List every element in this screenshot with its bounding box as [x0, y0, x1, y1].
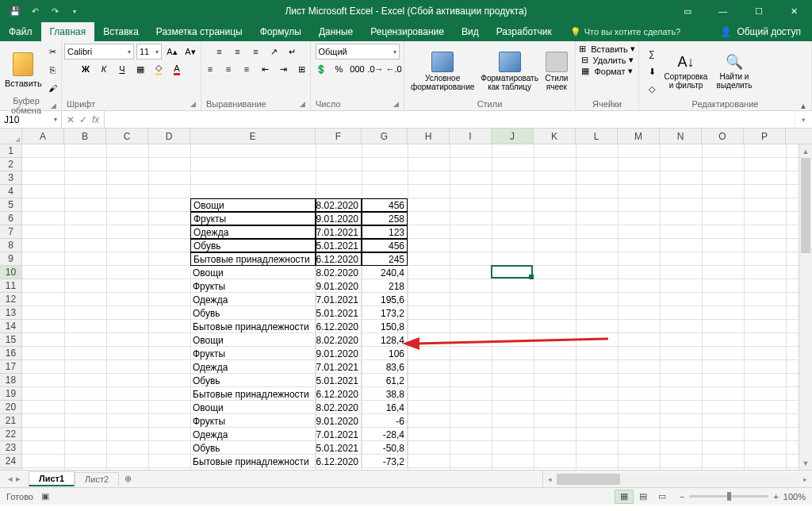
row-header-15[interactable]: 15 — [0, 333, 21, 347]
row-header-3[interactable]: 3 — [0, 171, 21, 185]
scroll-left-icon[interactable]: ◂ — [543, 475, 557, 483]
cell-F16[interactable]: 19.01.2020 — [316, 347, 362, 360]
number-format-selector[interactable]: Общий▾ — [316, 44, 400, 60]
col-header-E[interactable]: E — [190, 129, 316, 144]
col-header-M[interactable]: M — [618, 129, 660, 144]
decrease-indent-icon[interactable]: ⇤ — [257, 61, 273, 77]
select-all-cell[interactable] — [0, 129, 22, 144]
view-page-break-icon[interactable]: ▭ — [653, 490, 672, 504]
align-bottom-icon[interactable]: ≡ — [248, 44, 264, 60]
row-header-21[interactable]: 21 — [0, 414, 21, 428]
cell-F10[interactable]: 18.02.2020 — [316, 266, 362, 279]
comma-icon[interactable]: 000 — [350, 61, 366, 77]
sheet-nav-prev-icon[interactable]: ◂ — [8, 474, 13, 484]
border-icon[interactable]: ▦ — [132, 61, 148, 77]
zoom-in-icon[interactable]: + — [773, 492, 778, 501]
cell-E9[interactable]: Бытовые принадлежности — [190, 252, 316, 266]
enter-formula-icon[interactable]: ✓ — [79, 114, 87, 125]
save-icon[interactable]: 💾 — [6, 2, 24, 20]
sort-filter-button[interactable]: A↓Сортировка и фильтр — [661, 54, 710, 90]
align-middle-icon[interactable]: ≡ — [230, 44, 246, 60]
row-header-2[interactable]: 2 — [0, 158, 21, 171]
cell-F17[interactable]: 07.01.2021 — [316, 360, 362, 374]
tab-formulas[interactable]: Формулы — [251, 22, 310, 41]
cell-F14[interactable]: 16.12.2020 — [316, 320, 362, 333]
wrap-text-icon[interactable]: ↵ — [285, 44, 301, 60]
cell-E7[interactable]: Одежда — [190, 225, 316, 239]
cell-E19[interactable]: Бытовые принадлежности — [190, 387, 316, 401]
alignment-launcher-icon[interactable]: ◢ — [300, 100, 305, 108]
cells-area[interactable]: Овощи18.02.2020456Фрукты19.01.2020258Оде… — [22, 144, 812, 470]
format-cells-button[interactable]: ▦ Формат ▾ — [581, 66, 632, 76]
row-header-20[interactable]: 20 — [0, 401, 21, 414]
tell-me-search[interactable]: 💡 Что вы хотите сделать? — [561, 22, 691, 41]
formula-input[interactable] — [105, 111, 795, 128]
align-center-icon[interactable]: ≡ — [220, 61, 236, 77]
tab-view[interactable]: Вид — [453, 22, 488, 41]
zoom-out-icon[interactable]: − — [680, 492, 684, 501]
cell-E20[interactable]: Овощи — [190, 401, 316, 414]
col-header-G[interactable]: G — [362, 129, 408, 144]
tab-developer[interactable]: Разработчик — [488, 22, 561, 41]
currency-icon[interactable]: 💲 — [313, 61, 329, 77]
cell-F6[interactable]: 19.01.2020 — [316, 212, 362, 225]
col-header-H[interactable]: H — [408, 129, 450, 144]
zoom-level[interactable]: 100% — [783, 492, 806, 501]
cell-F7[interactable]: 07.01.2021 — [316, 225, 362, 239]
cell-F22[interactable]: 07.01.2021 — [316, 428, 362, 441]
cell-G11[interactable]: 218 — [362, 279, 408, 293]
cell-G18[interactable]: 61,2 — [362, 374, 408, 387]
font-size-selector[interactable]: 11▾ — [136, 44, 162, 60]
align-top-icon[interactable]: ≡ — [212, 44, 228, 60]
row-header-4[interactable]: 4 — [0, 185, 21, 198]
row-header-19[interactable]: 19 — [0, 387, 21, 401]
cell-G13[interactable]: 173,2 — [362, 306, 408, 320]
cell-G9[interactable]: 245 — [362, 252, 408, 266]
cell-F19[interactable]: 16.12.2020 — [316, 387, 362, 401]
cell-F12[interactable]: 07.01.2021 — [316, 293, 362, 306]
tab-insert[interactable]: Вставка — [94, 22, 147, 41]
cell-G10[interactable]: 240,4 — [362, 266, 408, 279]
cell-F23[interactable]: 05.01.2021 — [316, 441, 362, 455]
col-header-F[interactable]: F — [316, 129, 362, 144]
cell-G20[interactable]: 16,4 — [362, 401, 408, 414]
cell-F20[interactable]: 18.02.2020 — [316, 401, 362, 414]
cell-E8[interactable]: Обувь — [190, 239, 316, 252]
increase-decimal-icon[interactable]: .0→ — [368, 61, 384, 77]
col-header-B[interactable]: B — [64, 129, 106, 144]
zoom-slider[interactable] — [689, 495, 768, 498]
col-header-A[interactable]: A — [22, 129, 64, 144]
share-button[interactable]: 👤Общий доступ — [709, 22, 812, 41]
sheet-nav-next-icon[interactable]: ▸ — [16, 474, 21, 484]
col-header-J[interactable]: J — [492, 129, 534, 144]
cell-F13[interactable]: 05.01.2021 — [316, 306, 362, 320]
qat-customize-icon[interactable]: ▾ — [66, 2, 83, 20]
scroll-up-icon[interactable]: ▲ — [799, 144, 812, 158]
merge-icon[interactable]: ⊞ — [293, 61, 309, 77]
cell-E21[interactable]: Фрукты — [190, 414, 316, 428]
vertical-scrollbar[interactable]: ▲ ▼ — [799, 144, 812, 470]
expand-formula-bar-icon[interactable]: ▾ — [795, 111, 812, 128]
col-header-D[interactable]: D — [148, 129, 190, 144]
increase-font-icon[interactable]: A▴ — [164, 44, 180, 60]
cell-G19[interactable]: 38,8 — [362, 387, 408, 401]
align-right-icon[interactable]: ≡ — [239, 61, 255, 77]
row-header-18[interactable]: 18 — [0, 374, 21, 387]
align-left-icon[interactable]: ≡ — [202, 61, 218, 77]
copy-icon[interactable]: ⎘ — [45, 62, 61, 78]
cell-E15[interactable]: Овощи — [190, 333, 316, 347]
row-header-6[interactable]: 6 — [0, 212, 21, 225]
row-header-1[interactable]: 1 — [0, 144, 21, 158]
cell-F24[interactable]: 16.12.2020 — [316, 455, 362, 468]
cell-F11[interactable]: 19.01.2020 — [316, 279, 362, 293]
tab-page-layout[interactable]: Разметка страницы — [147, 22, 251, 41]
cell-G5[interactable]: 456 — [362, 198, 408, 212]
number-launcher-icon[interactable]: ◢ — [393, 100, 399, 108]
cell-G23[interactable]: -50,8 — [362, 441, 408, 455]
row-header-14[interactable]: 14 — [0, 320, 21, 333]
ribbon-options-icon[interactable]: ▭ — [669, 0, 705, 22]
col-header-O[interactable]: O — [702, 129, 744, 144]
row-header-16[interactable]: 16 — [0, 347, 21, 360]
cell-G17[interactable]: 83,6 — [362, 360, 408, 374]
insert-cells-button[interactable]: ⊞ Вставить ▾ — [579, 44, 635, 54]
